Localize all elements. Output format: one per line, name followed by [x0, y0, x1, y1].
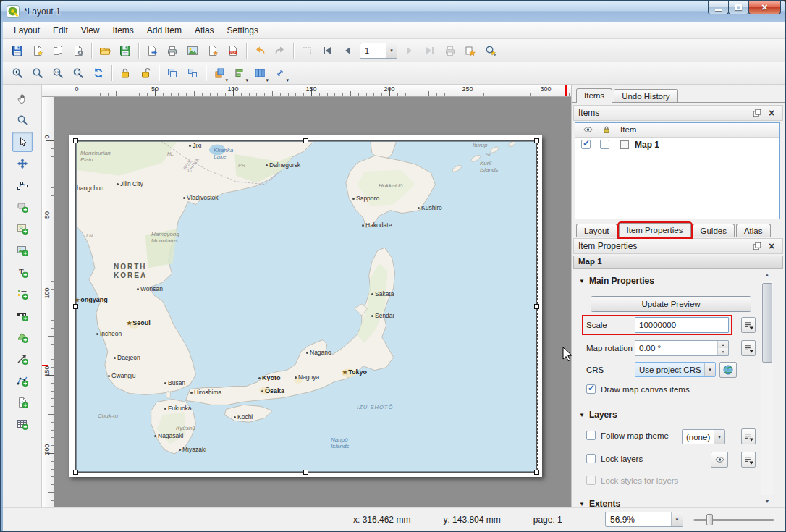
- close-panel-icon[interactable]: [765, 107, 778, 119]
- export-atlas-button[interactable]: [461, 41, 480, 60]
- export-pdf-button[interactable]: PDF: [224, 41, 242, 60]
- scroll-up-icon[interactable]: [761, 269, 773, 281]
- selection-handle-e[interactable]: [534, 304, 539, 309]
- scale-data-defined-button[interactable]: [741, 317, 756, 333]
- lock-checkbox[interactable]: [600, 140, 609, 149]
- atlas-first-button[interactable]: [318, 41, 337, 60]
- minimize-button[interactable]: [708, 1, 729, 14]
- group-items-button[interactable]: [163, 64, 182, 83]
- selection-handle-n[interactable]: [303, 138, 308, 143]
- lock-layers-data-defined-button[interactable]: [741, 452, 756, 468]
- add-node-item-button[interactable]: [12, 371, 33, 391]
- add-label-button[interactable]: T: [12, 262, 33, 282]
- atlas-preview-toggle-button[interactable]: [297, 41, 316, 60]
- atlas-settings-button[interactable]: [481, 41, 500, 60]
- add-scalebar-button[interactable]: [12, 305, 33, 326]
- scrollbar-thumb[interactable]: [762, 283, 772, 363]
- select-move-item-button[interactable]: [12, 132, 33, 152]
- resize-items-button[interactable]: [271, 64, 290, 83]
- zoom-out-button[interactable]: [28, 64, 47, 83]
- lock-items-button[interactable]: [116, 64, 135, 83]
- close-panel-icon[interactable]: [765, 240, 778, 252]
- tab-atlas[interactable]: Atlas: [736, 224, 771, 237]
- scroll-down-icon[interactable]: [761, 495, 773, 507]
- tab-undo-history[interactable]: Undo History: [614, 89, 677, 103]
- menu-edit[interactable]: Edit: [46, 23, 75, 38]
- zoom-actual-button[interactable]: 1:1: [48, 64, 67, 83]
- tab-guides[interactable]: Guides: [693, 224, 735, 237]
- draw-map-canvas-items-checkbox[interactable]: [586, 384, 596, 394]
- selection-handle-w[interactable]: [73, 304, 78, 309]
- menu-items[interactable]: Items: [106, 23, 140, 38]
- undo-button[interactable]: [250, 41, 269, 60]
- add-attribute-table-button[interactable]: [12, 414, 33, 434]
- maximize-button[interactable]: [728, 1, 749, 14]
- zoom-button[interactable]: [12, 110, 33, 130]
- menu-settings[interactable]: Settings: [221, 23, 265, 38]
- add-legend-button[interactable]: [12, 284, 33, 304]
- theme-data-defined-button[interactable]: [741, 428, 756, 444]
- tab-layout[interactable]: Layout: [576, 224, 617, 237]
- spin-down-icon[interactable]: [718, 348, 728, 355]
- tab-items[interactable]: Items: [576, 88, 612, 103]
- add-html-button[interactable]: </>: [12, 392, 33, 413]
- atlas-print-button[interactable]: [441, 41, 460, 60]
- titlebar[interactable]: *Layout 1: [1, 1, 786, 22]
- layers-section-header[interactable]: Layers: [579, 410, 617, 420]
- selection-handle-s[interactable]: [303, 470, 308, 475]
- scale-input[interactable]: [635, 317, 729, 333]
- tab-item-properties[interactable]: Item Properties: [619, 223, 691, 237]
- zoom-slider[interactable]: [693, 512, 774, 527]
- update-preview-button[interactable]: Update Preview: [591, 296, 751, 312]
- crs-select-button[interactable]: [719, 362, 737, 378]
- atlas-last-button[interactable]: [421, 41, 439, 60]
- distribute-items-button[interactable]: [250, 64, 269, 83]
- ungroup-items-button[interactable]: [183, 64, 202, 83]
- float-panel-icon[interactable]: [751, 107, 764, 119]
- move-item-content-button[interactable]: [12, 153, 33, 174]
- export-svg-button[interactable]: [203, 41, 222, 60]
- load-template-button[interactable]: [96, 41, 114, 60]
- add-from-template-button[interactable]: [143, 41, 161, 60]
- add-polygon-button[interactable]: [12, 327, 33, 347]
- selection-handle-se[interactable]: [534, 470, 539, 475]
- selection-handle-ne[interactable]: [534, 138, 539, 143]
- zoom-full-button[interactable]: [69, 64, 88, 83]
- menu-view[interactable]: View: [75, 23, 106, 38]
- close-button[interactable]: [748, 1, 781, 14]
- menu-layout[interactable]: Layout: [7, 23, 46, 38]
- save-button[interactable]: [8, 41, 27, 60]
- add-shape-button[interactable]: [12, 197, 33, 217]
- align-items-button[interactable]: [230, 64, 249, 83]
- raise-items-button[interactable]: [210, 64, 229, 83]
- spin-up-icon[interactable]: [718, 341, 728, 348]
- properties-scrollbar[interactable]: [761, 269, 773, 507]
- add-picture-button[interactable]: [12, 240, 33, 261]
- atlas-prev-button[interactable]: [338, 41, 357, 60]
- layout-manager-button[interactable]: [69, 41, 88, 60]
- atlas-next-button[interactable]: [400, 41, 419, 60]
- lock-layers-checkbox[interactable]: [586, 454, 596, 463]
- zoom-slider-thumb[interactable]: [706, 514, 713, 525]
- pan-button[interactable]: [12, 88, 33, 109]
- visibility-checkbox[interactable]: [581, 140, 591, 149]
- export-image-button[interactable]: [183, 41, 202, 60]
- add-arrow-button[interactable]: [12, 349, 33, 369]
- items-row-map1[interactable]: Map 1: [575, 138, 779, 152]
- rotation-data-defined-button[interactable]: [741, 340, 756, 356]
- visible-layers-button[interactable]: [711, 452, 728, 468]
- redo-button[interactable]: [271, 41, 290, 60]
- atlas-page-combo[interactable]: 1▾: [360, 43, 397, 59]
- float-panel-icon[interactable]: [751, 240, 764, 252]
- map-theme-combo[interactable]: (none): [682, 429, 725, 444]
- crs-combo[interactable]: Use project CRS: [635, 362, 716, 377]
- zoom-level-combo[interactable]: 56.9%: [605, 512, 683, 527]
- print-button[interactable]: [163, 41, 182, 60]
- add-map-button[interactable]: [12, 219, 33, 239]
- refresh-view-button[interactable]: [89, 64, 108, 83]
- selection-handle-sw[interactable]: [73, 470, 78, 475]
- new-layout-button[interactable]: [28, 41, 47, 60]
- selection-handle-nw[interactable]: [73, 138, 78, 143]
- unlock-items-button[interactable]: [136, 64, 155, 83]
- follow-map-theme-checkbox[interactable]: [586, 431, 596, 440]
